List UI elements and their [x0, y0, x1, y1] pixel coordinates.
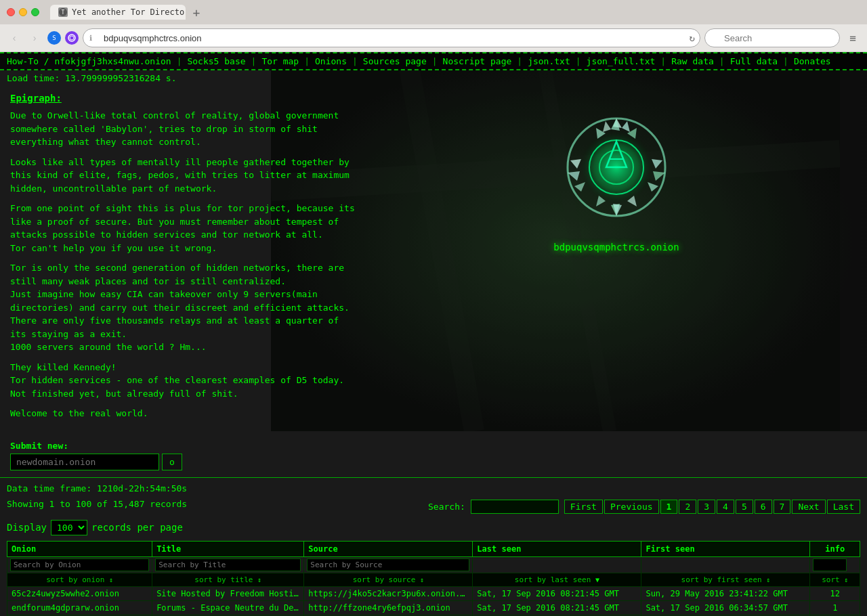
sort-title-arrow: ⇕	[257, 576, 261, 584]
browser-menu-button[interactable]: ≡	[844, 29, 862, 47]
right-panel: bdpuqvsqmphctrcs.onion	[366, 86, 867, 434]
search-container: 🔍	[704, 28, 840, 47]
submit-input[interactable]	[10, 454, 159, 470]
first-page-button[interactable]: First	[564, 500, 603, 514]
search-onion-input[interactable]	[10, 558, 149, 571]
onion-link[interactable]: 65c2z4uwyz5wwhe2.onion	[12, 589, 119, 598]
sort-source-cell[interactable]: sort by source ⇕	[304, 573, 473, 586]
new-tab-button[interactable]: +	[188, 4, 205, 20]
records-label: records per page	[91, 522, 183, 533]
page-6-button[interactable]: 6	[755, 500, 772, 514]
page-3-button[interactable]: 3	[698, 500, 715, 514]
json-full-link[interactable]: json_full.txt	[587, 56, 656, 66]
sort-info-arrow: ⇕	[844, 576, 848, 584]
close-button[interactable]	[7, 8, 15, 16]
reload-button[interactable]: ↻	[690, 32, 695, 43]
cell-info: 1	[810, 600, 860, 615]
search-source-input[interactable]	[307, 558, 469, 571]
col-first-seen: First seen	[641, 541, 810, 556]
col-info: info	[810, 541, 860, 556]
sort-title-cell[interactable]: sort by title ⇕	[152, 573, 304, 586]
donates-link[interactable]: Donates	[794, 56, 831, 66]
next-page-button[interactable]: Next	[792, 500, 825, 514]
back-button[interactable]: ‹	[5, 29, 23, 47]
search-onion-cell	[7, 556, 152, 573]
submit-section: Submit new: o	[0, 434, 867, 477]
sort-source-link[interactable]: sort by source ⇕	[353, 575, 424, 584]
site-domain: bdpuqvsqmphctrcs.onion	[553, 242, 679, 252]
sort-info-link[interactable]: sort ⇕	[822, 575, 848, 584]
sort-last-seen-cell[interactable]: sort by last seen ▼	[473, 573, 641, 586]
pagination-buttons: First Previous 1 2 3 4 5 6 7 Next Last	[564, 500, 860, 514]
page-5-button[interactable]: 5	[736, 500, 753, 514]
toolbar: ‹ › S ℹ ↻ 🔍 ≡	[0, 24, 867, 52]
search-title-input[interactable]	[155, 558, 301, 571]
minimize-button[interactable]	[19, 8, 27, 16]
load-time: Load time: 13.799999952316284 s.	[0, 70, 867, 86]
noscript-link[interactable]: Noscript page	[443, 56, 512, 66]
browser-search-input[interactable]	[704, 28, 840, 47]
nav-sep-6: |	[517, 56, 522, 66]
right-controls: Search: First Previous 1 2 3 4 5 6 7 Nex…	[428, 500, 860, 514]
epigraph-p3: From one point of sight this is plus for…	[10, 202, 356, 255]
top-nav: How-To / nfokjgfj3hxs4nwu.onion | Socks5…	[0, 52, 867, 70]
last-page-button[interactable]: Last	[827, 500, 860, 514]
submit-row: o	[10, 454, 857, 470]
search-info-input[interactable]	[813, 558, 847, 571]
nav-sep-1: |	[177, 56, 182, 66]
search-source-cell	[304, 556, 473, 573]
active-tab[interactable]: T Yet another Tor Directory / ... ×	[50, 5, 186, 20]
prev-page-button[interactable]: Previous	[604, 500, 659, 514]
search-last-seen-cell	[473, 556, 641, 573]
socks5-link[interactable]: Socks5 base	[187, 56, 245, 66]
sort-first-seen-cell[interactable]: sort by first seen ⇕	[641, 573, 810, 586]
howto-link[interactable]: How-To / nfokjgfj3hxs4nwu.onion	[7, 56, 171, 66]
cell-title: Forums - Espace Neutre du Deep	[152, 600, 304, 615]
submit-label: Submit new:	[10, 441, 857, 451]
sources-link[interactable]: Sources page	[363, 56, 427, 66]
shield-icon: S	[47, 31, 61, 45]
cell-last-seen: Sat, 17 Sep 2016 08:21:45 GMT	[473, 600, 641, 615]
source-link[interactable]: http://ffzone4ry6efpqj3.onion	[308, 603, 450, 613]
page-2-button[interactable]: 2	[679, 500, 696, 514]
address-bar[interactable]	[83, 28, 700, 47]
raw-data-link[interactable]: Raw data	[671, 56, 714, 66]
titlebar: T Yet another Tor Directory / ... × +	[0, 0, 867, 24]
sort-onion-link[interactable]: sort by onion ⇕	[46, 575, 113, 584]
nav-sep-2: |	[251, 56, 257, 66]
tormap-link[interactable]: Tor map	[261, 56, 299, 66]
sort-first-seen-link[interactable]: sort by first seen ⇕	[681, 575, 771, 584]
nav-sep-7: |	[576, 56, 581, 66]
data-timeframe: Data time frame: 1210d-22h:54m:50s	[7, 483, 860, 493]
page-1-button[interactable]: 1	[660, 500, 678, 514]
nav-sep-10: |	[783, 56, 788, 66]
full-data-link[interactable]: Full data	[730, 56, 778, 66]
maximize-button[interactable]	[31, 8, 39, 16]
table-search-input[interactable]	[471, 500, 559, 514]
col-onion: Onion	[7, 541, 152, 556]
onion-icon	[65, 31, 79, 45]
tor-logo	[549, 100, 684, 235]
sort-last-seen-arrow: ▼	[595, 576, 599, 584]
sort-title-link[interactable]: sort by title ⇕	[194, 575, 261, 584]
sort-info-cell[interactable]: sort ⇕	[810, 573, 860, 586]
forward-button[interactable]: ›	[26, 29, 43, 47]
submit-button[interactable]: o	[162, 454, 182, 470]
sort-last-seen-link[interactable]: sort by last seen ▼	[515, 575, 599, 584]
onion-link[interactable]: endforum4gdprarw.onion	[12, 603, 119, 613]
epigraph-p6: Welcome to the real world.	[10, 407, 356, 420]
data-table: Onion Title Source Last seen First seen …	[7, 541, 860, 617]
nav-sep-9: |	[719, 56, 725, 66]
page-4-button[interactable]: 4	[717, 500, 734, 514]
json-txt-link[interactable]: json.txt	[528, 56, 570, 66]
svg-marker-13	[622, 121, 630, 132]
records-per-page-select[interactable]: 100 50 200	[51, 520, 87, 535]
svg-marker-14	[603, 121, 611, 132]
cell-source: https://j4ko5c2kacr3pu6x.onion...	[304, 586, 473, 600]
page-7-button[interactable]: 7	[774, 500, 791, 514]
source-link[interactable]: https://j4ko5c2kacr3pu6x.onion...	[308, 589, 469, 598]
svg-point-4	[70, 36, 74, 40]
onions-link[interactable]: Onions	[315, 56, 347, 66]
left-panel: Epigraph: Due to Orwell-like total contr…	[0, 86, 366, 434]
sort-onion-cell[interactable]: sort by onion ⇕	[7, 573, 152, 586]
